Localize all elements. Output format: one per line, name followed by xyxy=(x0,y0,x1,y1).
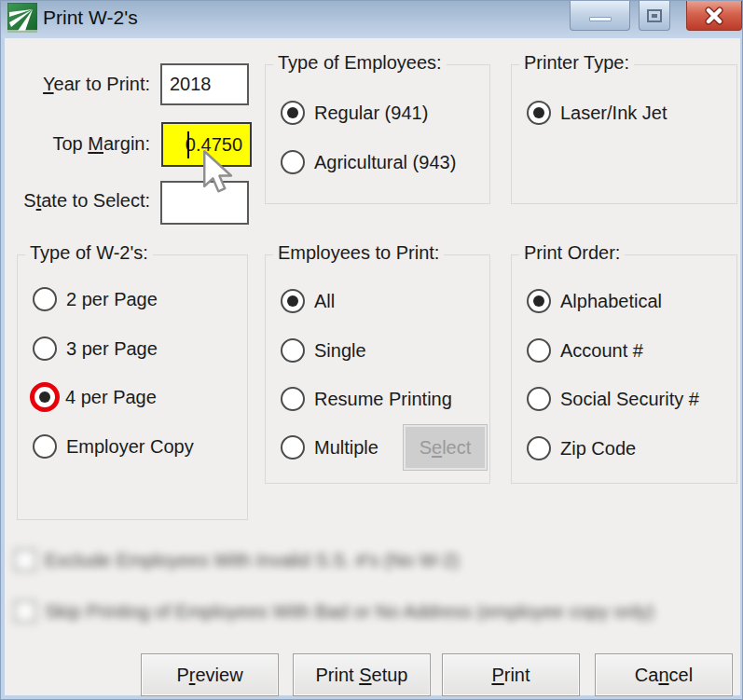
radio-zip-code-label: Zip Code xyxy=(560,438,636,460)
minimize-icon xyxy=(589,17,612,21)
radio-employer-copy[interactable] xyxy=(33,434,57,459)
preview-button-label: Preview xyxy=(176,665,242,686)
radio-row-alphabetical[interactable]: Alphabetical xyxy=(527,289,662,313)
print-button[interactable]: Print xyxy=(442,653,580,696)
close-button[interactable] xyxy=(686,1,742,31)
group-employees-to-print-label: Employees to Print: xyxy=(273,242,444,264)
radio-account-number[interactable] xyxy=(527,338,551,363)
radio-row-all[interactable]: All xyxy=(281,289,335,313)
checkbox-skip-bad-address-label: Skip Printing of Employees With Bad or N… xyxy=(45,601,654,623)
radio-4-per-page-highlighted[interactable] xyxy=(30,382,60,412)
top-margin-input[interactable]: 0.4750 xyxy=(161,122,252,167)
radio-employer-copy-label: Employer Copy xyxy=(66,436,194,458)
group-printer-type-label: Printer Type: xyxy=(519,52,634,74)
group-print-order: Print Order: Alphabetical Account # Soci… xyxy=(511,254,737,484)
radio-alphabetical[interactable] xyxy=(527,289,551,313)
radio-row-regular-941[interactable]: Regular (941) xyxy=(281,101,428,125)
radio-agricultural-943[interactable] xyxy=(281,150,305,174)
group-printer-type: Printer Type: Laser/Ink Jet xyxy=(511,64,737,204)
radio-row-resume-printing[interactable]: Resume Printing xyxy=(281,387,452,411)
print-setup-button[interactable]: Print Setup xyxy=(293,653,431,696)
app-logo-icon xyxy=(7,3,37,33)
radio-2-per-page[interactable] xyxy=(33,287,57,311)
radio-row-account-number[interactable]: Account # xyxy=(527,338,643,363)
radio-row-laser-inkjet[interactable]: Laser/Ink Jet xyxy=(527,101,667,125)
top-margin-label: Top Margin: xyxy=(20,133,150,155)
year-to-print-input[interactable] xyxy=(160,63,249,105)
group-type-of-w2s: Type of W-2's: 2 per Page 3 per Page 4 p… xyxy=(17,254,248,520)
radio-single-label: Single xyxy=(314,340,366,362)
text-caret xyxy=(187,131,189,158)
maximize-button[interactable] xyxy=(639,1,670,31)
print-setup-button-label: Print Setup xyxy=(316,665,408,686)
radio-laser-inkjet[interactable] xyxy=(527,101,551,125)
radio-multiple[interactable] xyxy=(281,435,305,460)
radio-3-per-page[interactable] xyxy=(33,336,57,361)
select-button-label: Select xyxy=(420,437,472,459)
radio-row-single[interactable]: Single xyxy=(281,338,366,363)
group-employees-to-print: Employees to Print: All Single Resume Pr… xyxy=(265,254,490,484)
radio-multiple-label: Multiple xyxy=(314,437,378,459)
group-print-order-label: Print Order: xyxy=(519,242,625,264)
close-icon xyxy=(703,7,725,25)
title-bar: Print W-2's xyxy=(1,1,742,38)
checkbox-exclude-invalid-ssn[interactable] xyxy=(14,549,36,571)
maximize-icon xyxy=(647,9,662,22)
radio-alphabetical-label: Alphabetical xyxy=(560,291,662,312)
group-type-of-employees-label: Type of Employees: xyxy=(273,52,447,74)
group-type-of-employees: Type of Employees: Regular (941) Agricul… xyxy=(265,64,490,204)
top-margin-value: 0.4750 xyxy=(186,134,242,156)
radio-4-per-page-label: 4 per Page xyxy=(65,387,157,408)
radio-account-number-label: Account # xyxy=(560,340,643,362)
window-title: Print W-2's xyxy=(43,7,138,33)
checkbox-row-exclude-invalid-ssn[interactable]: Exclude Employees With Invalid S.S. #'s … xyxy=(14,549,460,571)
select-button[interactable]: Select xyxy=(403,424,488,471)
print-w2s-dialog: Print W-2's Year to Print: Top Margin: 0… xyxy=(0,0,743,700)
preview-button[interactable]: Preview xyxy=(141,653,279,696)
radio-row-4-per-page[interactable]: 4 per Page xyxy=(30,382,157,412)
radio-row-social-security[interactable]: Social Security # xyxy=(527,387,699,411)
radio-3-per-page-label: 3 per Page xyxy=(66,338,158,360)
radio-agricultural-943-label: Agricultural (943) xyxy=(314,152,456,173)
radio-laser-inkjet-label: Laser/Ink Jet xyxy=(560,103,667,124)
radio-row-3-per-page[interactable]: 3 per Page xyxy=(33,336,158,361)
radio-row-agricultural-943[interactable]: Agricultural (943) xyxy=(281,150,456,174)
cancel-button-label: Cancel xyxy=(635,665,693,686)
year-to-print-label: Year to Print: xyxy=(20,74,150,95)
checkbox-row-skip-bad-address[interactable]: Skip Printing of Employees With Bad or N… xyxy=(14,600,654,623)
group-type-of-w2s-label: Type of W-2's: xyxy=(25,242,153,264)
cancel-button[interactable]: Cancel xyxy=(595,653,733,696)
radio-row-2-per-page[interactable]: 2 per Page xyxy=(33,287,158,311)
radio-row-multiple[interactable]: Multiple xyxy=(281,435,378,460)
state-to-select-input[interactable] xyxy=(160,181,249,225)
radio-social-security-label: Social Security # xyxy=(560,389,699,410)
checkbox-exclude-invalid-ssn-label: Exclude Employees With Invalid S.S. #'s … xyxy=(45,550,460,571)
radio-single[interactable] xyxy=(281,338,305,363)
print-button-label: Print xyxy=(491,665,530,686)
radio-regular-941-label: Regular (941) xyxy=(314,103,428,124)
radio-social-security[interactable] xyxy=(527,387,551,411)
radio-zip-code[interactable] xyxy=(527,436,551,460)
radio-resume-printing[interactable] xyxy=(281,387,305,411)
minimize-button[interactable] xyxy=(570,1,630,31)
radio-row-zip-code[interactable]: Zip Code xyxy=(527,436,636,460)
radio-all[interactable] xyxy=(281,289,305,313)
radio-row-employer-copy[interactable]: Employer Copy xyxy=(33,434,194,459)
checkbox-skip-bad-address[interactable] xyxy=(14,600,36,623)
state-to-select-label: State to Select: xyxy=(14,190,150,212)
radio-regular-941[interactable] xyxy=(281,101,305,125)
dialog-body: Year to Print: Top Margin: 0.4750 State … xyxy=(5,38,740,695)
radio-all-label: All xyxy=(314,291,335,312)
radio-2-per-page-label: 2 per Page xyxy=(66,289,158,310)
radio-resume-printing-label: Resume Printing xyxy=(314,389,452,410)
